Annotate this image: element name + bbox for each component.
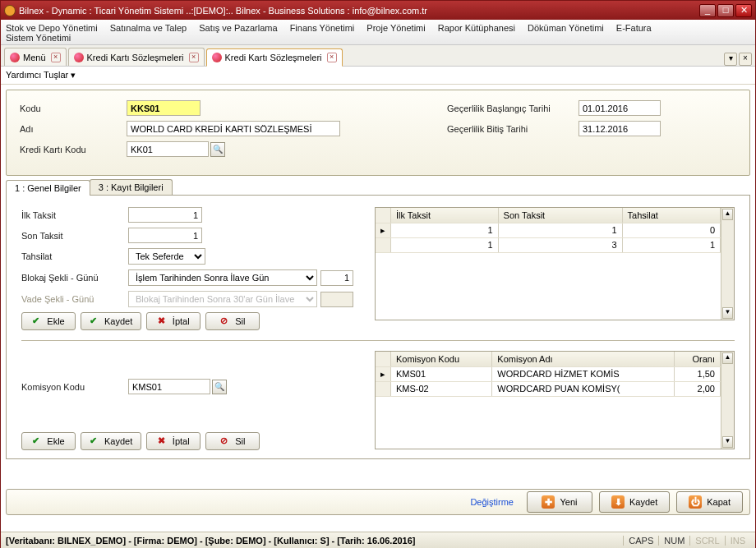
taksit-grid[interactable]: İlk TaksitSon TaksitTahsilat ▸110 131 ▲▼: [375, 207, 735, 320]
header-panel: Kodu Adı Kredi Kartı Kodu 🔍 Geçerlilik B…: [6, 90, 750, 176]
tabs-close-button[interactable]: ×: [739, 53, 752, 66]
kaydet-button[interactable]: Kaydet: [599, 491, 670, 513]
tab-kks-list[interactable]: Kredi Kartı Sözleşmeleri ×: [68, 48, 205, 66]
adi-label: Adı: [20, 124, 127, 134]
menu-satis[interactable]: Satış ve Pazarlama: [199, 23, 277, 33]
kodu-label: Kodu: [20, 104, 127, 113]
table-row[interactable]: ▸KMS01WORDCARD HİZMET KOMİS1,50: [376, 366, 721, 381]
ilk-taksit-input[interactable]: [128, 207, 202, 223]
tab-label: Kredi Kartı Sözleşmeleri: [87, 53, 184, 62]
col-komisyon-adi[interactable]: Komisyon Adı: [492, 352, 675, 366]
komisyon-lookup-button[interactable]: 🔍: [212, 380, 227, 394]
start-date-label: Geçerlilik Başlangıç Tarihi: [447, 104, 579, 113]
menu-sistem[interactable]: Sistem Yönetimi: [6, 33, 71, 43]
kk-lookup-button[interactable]: 🔍: [210, 142, 225, 157]
scroll-down-icon[interactable]: ▼: [722, 307, 733, 319]
status-bar: [Veritabanı: BILNEX_DEMO] - [Firma: DEMO…: [1, 532, 755, 548]
end-date-input[interactable]: [579, 121, 661, 136]
bullet-icon: [212, 53, 222, 62]
komisyon-iptal-button[interactable]: İptal: [146, 432, 201, 450]
adi-input[interactable]: [127, 121, 340, 136]
col-tahsilat[interactable]: Tahsilat: [622, 208, 720, 223]
vertical-scrollbar[interactable]: ▲▼: [721, 352, 734, 449]
tab-close-icon[interactable]: ×: [51, 53, 61, 62]
col-son-taksit[interactable]: Son Taksit: [498, 208, 622, 223]
menu-finans[interactable]: Finans Yönetimi: [290, 23, 355, 33]
tab-genel-bilgiler[interactable]: 1 : Genel Bilgiler: [6, 180, 90, 196]
taksit-ekle-button[interactable]: Ekle: [21, 312, 76, 330]
scroll-up-icon[interactable]: ▲: [722, 352, 733, 364]
table-row[interactable]: KMS-02WORDCARD PUAN KOMİSY(2,00: [376, 381, 721, 396]
table-row[interactable]: 131: [376, 237, 721, 252]
tab-label: Kredi Kartı Sözleşmeleri: [225, 53, 322, 62]
no-icon: [220, 435, 232, 447]
ins-indicator: INS: [725, 536, 750, 546]
komisyon-kodu-input[interactable]: [128, 379, 210, 394]
x-icon: [158, 315, 169, 327]
app-icon: [4, 5, 16, 16]
no-icon: [220, 315, 232, 327]
scroll-down-icon[interactable]: ▼: [722, 436, 733, 448]
num-indicator: NUM: [658, 536, 689, 546]
tab-menu[interactable]: Menü ×: [4, 48, 67, 66]
menu-efatura[interactable]: E-Fatura: [616, 23, 652, 33]
col-komisyon-kodu[interactable]: Komisyon Kodu: [391, 352, 492, 366]
tab-kayit-bilgileri[interactable]: 3 : Kayıt Bilgileri: [90, 179, 173, 195]
window-title: Bilnex - Dynamic : Ticari Yönetim Sistem…: [19, 6, 699, 16]
divider: [21, 340, 735, 341]
tahsilat-select[interactable]: Tek Seferde: [128, 248, 205, 265]
menu-rapor[interactable]: Rapor Kütüphanesi: [438, 23, 515, 33]
komisyon-kaydet-button[interactable]: Kaydet: [81, 432, 141, 450]
check-icon: [32, 435, 44, 447]
vade-label: Vade Şekli - Günü: [21, 294, 128, 304]
bullet-icon: [10, 53, 20, 62]
ilk-taksit-label: İlk Taksit: [21, 210, 128, 220]
blokaj-gun-input[interactable]: [320, 270, 353, 286]
power-icon: [689, 495, 702, 509]
close-button[interactable]: ✕: [735, 4, 752, 17]
caps-indicator: CAPS: [623, 536, 658, 546]
kodu-input[interactable]: [127, 100, 201, 116]
komisyon-grid[interactable]: Komisyon KoduKomisyon AdıOranı ▸KMS01WOR…: [375, 351, 735, 449]
kk-kodu-input[interactable]: [127, 141, 209, 157]
menu-satinalma[interactable]: Satınalma ve Talep: [110, 23, 187, 33]
tahsilat-label: Tahsilat: [21, 251, 128, 261]
tab-kks-detail[interactable]: Kredi Kartı Sözleşmeleri ×: [206, 48, 343, 67]
taksit-kaydet-button[interactable]: Kaydet: [81, 312, 141, 330]
save-icon: [611, 495, 625, 509]
tab-close-icon[interactable]: ×: [189, 53, 199, 62]
x-icon: [158, 435, 169, 447]
col-orani[interactable]: Oranı: [675, 352, 721, 366]
komisyon-sil-button[interactable]: Sil: [205, 432, 260, 450]
menu-stok[interactable]: Stok ve Depo Yönetimi: [6, 23, 98, 33]
status-text: [Veritabanı: BILNEX_DEMO] - [Firma: DEMO…: [6, 536, 416, 546]
blokaj-select[interactable]: İşlem Tarihinden Sonra İlave Gün: [128, 269, 317, 286]
bullet-icon: [74, 53, 84, 62]
new-icon: [542, 495, 555, 509]
komisyon-ekle-button[interactable]: Ekle: [21, 432, 76, 450]
menu-dokuman[interactable]: Döküman Yönetimi: [528, 23, 604, 33]
komisyon-kodu-label: Komisyon Kodu: [21, 382, 128, 392]
tab-close-icon[interactable]: ×: [327, 53, 337, 62]
yeni-button[interactable]: Yeni: [527, 491, 592, 513]
start-date-input[interactable]: [579, 100, 661, 116]
taksit-sil-button[interactable]: Sil: [205, 312, 260, 330]
taksit-iptal-button[interactable]: İptal: [146, 312, 201, 330]
blokaj-label: Blokaj Şekli - Günü: [21, 273, 128, 283]
end-date-label: Geçerlilik Bitiş Tarihi: [447, 124, 579, 134]
table-row[interactable]: ▸110: [376, 223, 721, 237]
maximize-button[interactable]: □: [717, 4, 734, 17]
vertical-scrollbar[interactable]: ▲▼: [721, 208, 734, 320]
scroll-up-icon[interactable]: ▲: [722, 209, 733, 220]
main-menu: Stok ve Depo Yönetimi Satınalma ve Talep…: [1, 20, 755, 45]
degistirme-link[interactable]: Değiştirme: [470, 497, 514, 507]
menu-proje[interactable]: Proje Yönetimi: [366, 23, 425, 33]
aux-keys-menu[interactable]: Yardımcı Tuşlar ▾: [6, 70, 76, 80]
vade-select: Blokaj Tarihinden Sonra 30'ar Gün İlave: [128, 291, 317, 307]
kapat-button[interactable]: Kapat: [676, 491, 743, 513]
tabs-dropdown-button[interactable]: ▾: [724, 53, 737, 66]
minimize-button[interactable]: _: [699, 4, 716, 17]
col-ilk-taksit[interactable]: İlk Taksit: [391, 208, 499, 223]
kk-kodu-label: Kredi Kartı Kodu: [20, 145, 127, 154]
son-taksit-input[interactable]: [128, 228, 202, 243]
